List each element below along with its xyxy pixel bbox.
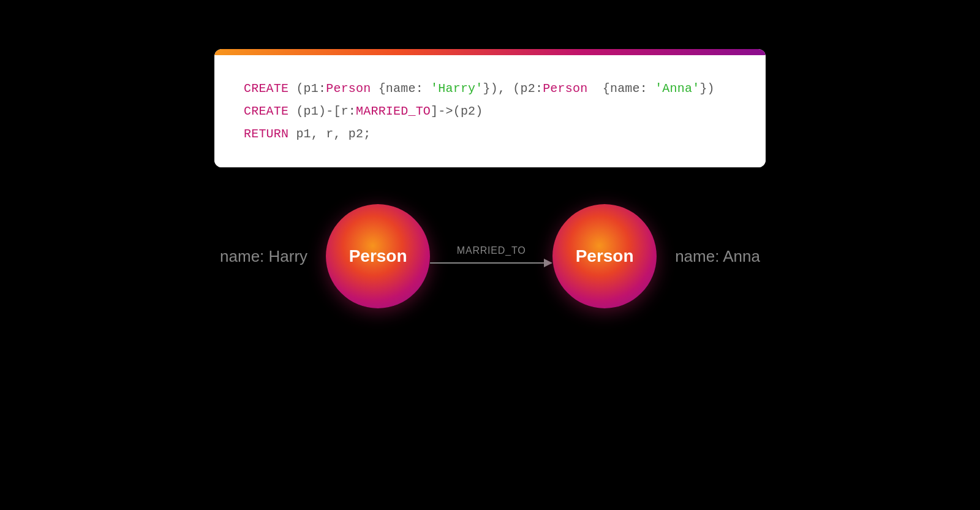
node-left: Person [326, 204, 430, 308]
node-right-property: name: Anna [675, 247, 760, 266]
code-line-1: CREATE (p1:Person {name: 'Harry'}), (p2:… [244, 77, 736, 100]
code-line-3-rest: p1, r, p2; [288, 127, 371, 141]
arrow-line [430, 259, 552, 267]
graph-diagram: name: Harry Person MARRIED_TO Person nam… [214, 204, 766, 308]
node-right-label: Person [576, 246, 634, 266]
code-line-1-rest: (p1:Person {name: 'Harry'}), (p2:Person … [288, 82, 715, 96]
card-gradient-header [214, 49, 766, 55]
node-right: Person [552, 204, 657, 308]
node-left-property: name: Harry [220, 247, 307, 266]
node-left-label: Person [349, 246, 407, 266]
arrow-shaft [430, 262, 544, 264]
code-card: CREATE (p1:Person {name: 'Harry'}), (p2:… [214, 49, 766, 167]
relationship-arrow: MARRIED_TO [430, 245, 552, 267]
relationship-label: MARRIED_TO [457, 245, 526, 256]
keyword-create-1: CREATE [244, 82, 288, 96]
keyword-create-2: CREATE [244, 104, 288, 118]
keyword-return: RETURN [244, 127, 288, 141]
arrow-head [544, 259, 552, 267]
code-body: CREATE (p1:Person {name: 'Harry'}), (p2:… [214, 55, 766, 167]
code-line-2: CREATE (p1)-[r:MARRIED_TO]->(p2) [244, 100, 736, 123]
code-line-2-rest: (p1)-[r:MARRIED_TO]->(p2) [288, 104, 483, 118]
code-line-3: RETURN p1, r, p2; [244, 123, 736, 145]
